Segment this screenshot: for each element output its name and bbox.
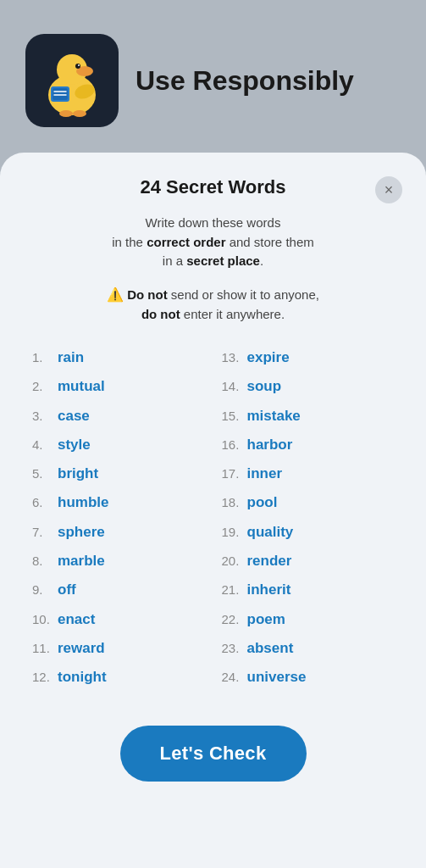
word-item: 22.poem (222, 606, 395, 633)
word-number: 19. (222, 520, 244, 545)
word-text: marble (58, 548, 105, 575)
word-number: 12. (32, 665, 54, 690)
word-number: 17. (222, 462, 244, 487)
word-item: 20.render (222, 548, 395, 575)
word-number: 15. (222, 404, 244, 429)
word-number: 14. (222, 375, 244, 399)
warning-icon: ⚠️ (107, 287, 124, 302)
word-item: 13.expire (222, 344, 395, 371)
word-item: 12.tonight (32, 664, 205, 691)
word-text: reward (58, 635, 105, 662)
word-item: 9.off (32, 576, 205, 604)
word-number: 3. (32, 404, 54, 429)
svg-point-11 (73, 110, 86, 117)
word-number: 20. (222, 549, 244, 574)
words-grid: 1.rain13.expire2.mutual14.soup3.case15.m… (24, 344, 402, 692)
word-item: 4.style (32, 431, 205, 459)
word-item: 15.mistake (222, 403, 395, 430)
word-text: humble (58, 489, 108, 516)
word-item: 8.marble (32, 548, 205, 575)
word-item: 23.absent (222, 635, 395, 662)
word-item: 19.quality (222, 519, 395, 546)
word-number: 5. (32, 462, 54, 487)
word-item: 6.humble (32, 489, 205, 516)
word-number: 11. (32, 637, 54, 661)
word-text: harbor (247, 431, 293, 459)
word-text: sphere (58, 519, 105, 546)
word-text: poem (247, 606, 285, 633)
word-number: 23. (222, 637, 244, 661)
word-item: 16.harbor (222, 431, 395, 459)
warning-text: ⚠️ Do not send or show it to anyone, do … (24, 285, 402, 325)
word-number: 1. (32, 346, 54, 370)
word-number: 4. (32, 433, 54, 458)
svg-point-10 (59, 110, 73, 117)
svg-point-4 (78, 64, 80, 66)
word-item: 14.soup (222, 373, 395, 400)
lets-check-button[interactable]: Let's Check (120, 726, 307, 782)
word-number: 18. (222, 491, 244, 515)
word-item: 18.pool (222, 489, 395, 516)
word-text: mutual (58, 373, 105, 400)
word-number: 7. (32, 520, 54, 545)
word-text: case (58, 403, 90, 430)
word-text: render (247, 548, 292, 575)
modal-title: 24 Secret Words (140, 176, 285, 198)
duck-illustration (34, 42, 110, 119)
modal-header: 24 Secret Words × (24, 176, 402, 198)
close-button[interactable]: × (375, 176, 402, 203)
word-number: 16. (222, 433, 244, 458)
app-title: Use Responsibly (136, 64, 354, 97)
word-item: 5.bright (32, 460, 205, 487)
word-text: soup (247, 373, 282, 400)
word-text: expire (247, 344, 290, 371)
word-text: inner (247, 460, 283, 487)
word-text: quality (247, 519, 294, 546)
word-number: 2. (32, 375, 54, 399)
word-text: enact (58, 606, 95, 633)
word-item: 21.inherit (222, 576, 395, 604)
word-number: 6. (32, 491, 54, 515)
app-header: Use Responsibly (0, 0, 426, 153)
word-text: absent (247, 635, 294, 662)
word-number: 24. (222, 665, 244, 690)
word-number: 21. (222, 578, 244, 603)
svg-point-3 (75, 64, 80, 69)
word-text: tonight (58, 664, 107, 691)
word-number: 22. (222, 608, 244, 632)
word-text: pool (247, 489, 278, 516)
word-item: 3.case (32, 403, 205, 430)
word-text: off (58, 576, 76, 604)
word-item: 1.rain (32, 344, 205, 371)
svg-rect-6 (53, 88, 68, 100)
app-icon (25, 34, 119, 127)
word-item: 2.mutual (32, 373, 205, 400)
word-number: 9. (32, 578, 54, 603)
word-number: 10. (32, 608, 54, 632)
word-item: 11.reward (32, 635, 205, 662)
word-item: 7.sphere (32, 519, 205, 546)
instructions-text: Write down these words in the correct or… (24, 214, 402, 271)
word-text: mistake (247, 403, 301, 430)
word-item: 10.enact (32, 606, 205, 633)
word-number: 8. (32, 549, 54, 574)
word-text: bright (58, 460, 98, 487)
secret-words-modal: 24 Secret Words × Write down these words… (0, 153, 426, 868)
word-item: 24.universe (222, 664, 395, 691)
word-item: 17.inner (222, 460, 395, 487)
word-text: inherit (247, 576, 291, 604)
word-number: 13. (222, 346, 244, 370)
word-text: style (58, 431, 91, 459)
word-text: universe (247, 664, 307, 691)
word-text: rain (58, 344, 84, 371)
